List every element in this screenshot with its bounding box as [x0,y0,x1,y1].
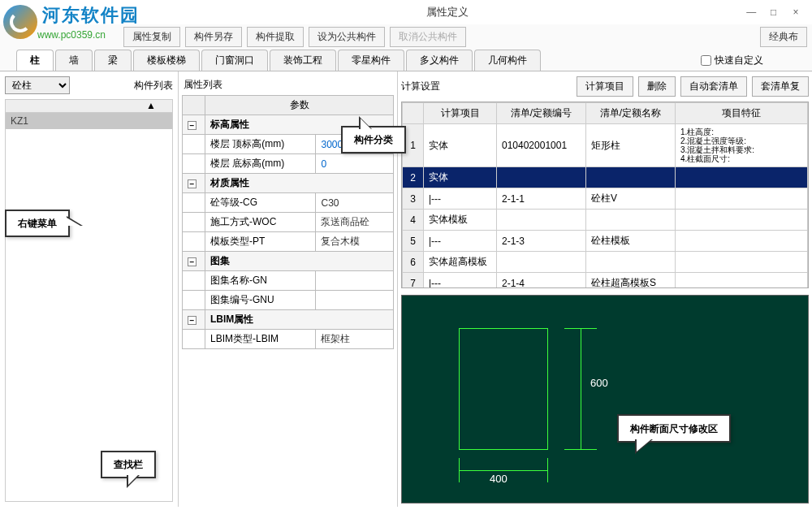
prop-value[interactable] [316,271,394,291]
extract-button[interactable]: 构件提取 [247,27,304,47]
calculation-table[interactable]: 计算项目清单/定额编号清单/定额名称项目特征 1实体010402001001矩形… [402,102,808,288]
table-header: 清单/定额名称 [586,103,676,124]
group-title: 材质属性 [205,174,394,193]
dimension-width-value: 400 [490,473,508,485]
callout-section-modify: 构件断面尺寸修改区 [617,414,731,443]
dimension-vertical [564,328,597,450]
callout-component-class: 构件分类 [341,126,406,153]
classic-layout-button[interactable]: 经典布 [760,27,807,47]
tab-柱[interactable]: 柱 [16,50,54,71]
section-rectangle [459,328,548,450]
callout-search-bar: 查找栏 [101,451,156,478]
site-logo: 河东软件园 www.pc0359.cn [3,3,140,41]
component-panel: 砼柱 构件列表 ▲ KZ1 [0,71,179,507]
tab-装饰工程[interactable]: 装饰工程 [270,50,336,71]
category-tabs: 柱墙梁楼板楼梯门窗洞口装饰工程零星构件多义构件几何构件快速自定义 [0,49,812,71]
sort-icon[interactable]: ▲ [6,100,172,113]
table-header: 计算项目 [424,103,497,124]
prop-key: 施工方式-WOC [205,213,316,232]
tab-楼板楼梯[interactable]: 楼板楼梯 [133,50,200,71]
tab-墙[interactable]: 墙 [55,50,93,71]
prop-value[interactable]: 复合木模 [316,232,394,252]
minimize-icon[interactable]: — [741,6,761,18]
prop-key: 砼等级-CG [205,193,316,213]
list-item[interactable]: KZ1 [6,113,172,129]
group-title: LBIM属性 [205,310,394,330]
table-row[interactable]: 4实体模板 [403,210,808,231]
table-row[interactable]: 1实体010402001001矩形柱1.柱高度: 2.混凝土强度等级: 3.混凝… [403,124,808,167]
table-row[interactable]: 6实体超高模板 [403,252,808,273]
tab-梁[interactable]: 梁 [94,50,132,71]
table-header: 清单/定额编号 [497,103,586,124]
maximize-icon[interactable]: □ [764,6,784,18]
auto-list-button[interactable]: 自动套清单 [680,76,747,97]
save-as-button[interactable]: 构件另存 [185,27,242,47]
window-title: 属性定义 [153,5,741,19]
property-header: 参数 [205,96,394,115]
prop-value[interactable] [316,291,394,310]
callout-right-menu: 右键菜单 [5,210,70,237]
component-type-select[interactable]: 砼柱 [5,76,70,94]
prop-value[interactable]: 0 [316,154,394,174]
prop-key: LBIM类型-LBIM [205,330,316,349]
tab-几何构件[interactable]: 几何构件 [474,50,541,71]
tab-零星构件[interactable]: 零星构件 [338,50,404,71]
prop-key: 图集编号-GNU [205,291,316,310]
table-row[interactable]: 2实体 [403,167,808,188]
expander-icon[interactable]: − [183,115,205,135]
logo-url: www.pc0359.cn [37,29,140,41]
calc-setting-label: 计算设置 [401,80,440,93]
prop-key: 楼层 顶标高(mm) [205,135,316,154]
logo-icon [3,5,37,39]
prop-value[interactable]: 框架柱 [316,330,394,349]
prop-key: 图集名称-GN [205,271,316,291]
table-header: 项目特征 [676,103,808,124]
prop-value[interactable]: C30 [316,193,394,213]
expander-icon[interactable]: − [183,174,205,193]
expander-icon[interactable]: − [183,252,205,271]
component-list[interactable]: ▲ KZ1 [5,99,173,502]
prop-key: 楼层 底标高(mm) [205,154,316,174]
close-icon[interactable]: × [786,6,806,18]
tab-门窗洞口[interactable]: 门窗洞口 [201,50,268,71]
dimension-height-value: 600 [590,377,608,389]
section-preview[interactable]: 600 400 [401,295,809,504]
prop-key: 模板类型-PT [205,232,316,252]
expander-icon[interactable]: − [183,310,205,330]
group-title: 图集 [205,252,394,271]
property-list-label: 属性列表 [182,75,394,95]
prop-value[interactable]: 泵送商品砼 [316,213,394,232]
set-list-button[interactable]: 套清单复 [752,76,809,97]
table-row[interactable]: 5|---2-1-3砼柱模板 [403,231,808,252]
table-header [403,103,424,124]
table-row[interactable]: 7|---2-1-4砼柱超高模板S [403,273,808,289]
delete-button[interactable]: 删除 [638,76,676,97]
component-list-label: 构件列表 [134,79,173,93]
quick-def-checkbox[interactable] [701,55,711,66]
cancel-public-button[interactable]: 取消公共构件 [390,27,466,47]
calc-item-button[interactable]: 计算项目 [577,76,633,97]
set-public-button[interactable]: 设为公共构件 [309,27,385,47]
logo-text: 河东软件园 [42,3,140,28]
table-row[interactable]: 3|---2-1-1砼柱V [403,188,808,210]
quick-def-label: 快速自定义 [715,54,763,67]
calculation-panel: 计算设置 计算项目 删除 自动套清单 套清单复 计算项目清单/定额编号清单/定额… [398,71,812,507]
tab-多义构件[interactable]: 多义构件 [406,50,473,71]
